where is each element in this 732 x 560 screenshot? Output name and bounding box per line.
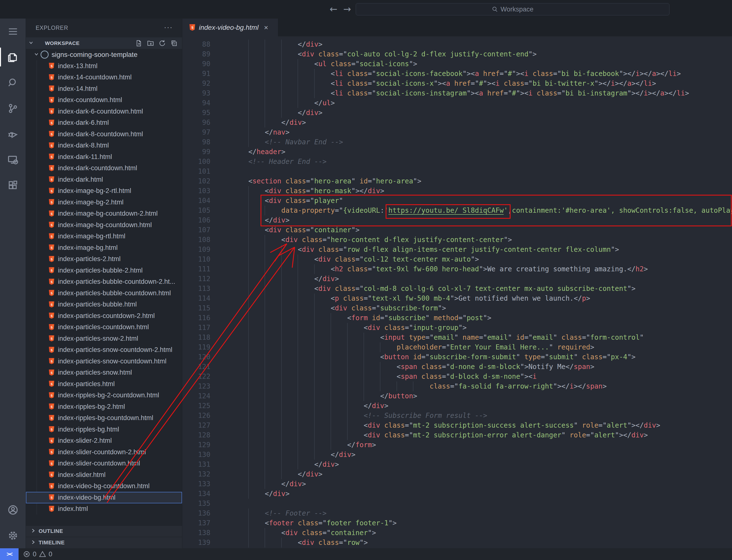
line-number[interactable]: 114 xyxy=(182,294,218,303)
file-item[interactable]: 5index-image-bg-2.html xyxy=(26,197,182,208)
line-number[interactable]: 127 xyxy=(182,421,218,430)
run-debug-icon[interactable] xyxy=(0,121,26,147)
line-number[interactable]: 132 xyxy=(182,469,218,479)
code-line-122[interactable]: 122 <span class="d-block d-sm-none"><i xyxy=(182,372,732,381)
line-number[interactable]: 118 xyxy=(182,333,218,342)
line-number[interactable]: 135 xyxy=(182,499,218,508)
line-number[interactable]: 94 xyxy=(182,98,218,108)
line-number[interactable]: 110 xyxy=(182,254,218,264)
line-number[interactable]: 102 xyxy=(182,176,218,186)
settings-gear-icon[interactable] xyxy=(0,523,26,548)
account-icon[interactable] xyxy=(0,497,26,523)
line-number[interactable]: 134 xyxy=(182,489,218,499)
code-line-139[interactable]: 139 <div class="row"> xyxy=(182,538,732,548)
line-number[interactable]: 100 xyxy=(182,157,218,167)
file-item[interactable]: 5index-ripples-bg-2.html xyxy=(26,401,182,412)
file-item[interactable]: 5index-particles-2.html xyxy=(26,254,182,265)
file-item[interactable]: 5index-14.html xyxy=(26,83,182,95)
file-item[interactable]: 5index-image-bg-rtl.html xyxy=(26,231,182,242)
code-line-89[interactable]: 89 <div class="col-auto col-lg-2 d-flex … xyxy=(182,49,732,59)
file-item[interactable]: 5index-13.html xyxy=(26,60,182,72)
line-number[interactable]: 115 xyxy=(182,303,218,313)
file-item[interactable]: 5index-particles-bubble-2.html xyxy=(26,265,182,276)
line-number[interactable]: 116 xyxy=(182,313,218,323)
file-item[interactable]: 5index-dark-8.html xyxy=(26,140,182,151)
code-line-92[interactable]: 92 <li class="social-icons-x"><a href="#… xyxy=(182,79,732,88)
new-folder-icon[interactable] xyxy=(147,40,154,47)
line-number[interactable]: 106 xyxy=(182,215,218,225)
close-icon[interactable]: × xyxy=(264,23,268,32)
code-line-112[interactable]: 112 </div> xyxy=(182,274,732,284)
code-line-138[interactable]: 138 <div class="container"> xyxy=(182,528,732,538)
code-line-120[interactable]: 120 <button id="subscribe-form-submit" t… xyxy=(182,352,732,362)
line-number[interactable]: 138 xyxy=(182,528,218,538)
line-number[interactable]: 111 xyxy=(182,264,218,274)
line-number[interactable]: 108 xyxy=(182,235,218,245)
code-line-124[interactable]: 124 </button> xyxy=(182,391,732,401)
code-line-102[interactable]: 102 <section class="hero-area" id="hero-… xyxy=(182,176,732,186)
file-item[interactable]: 5index-dark-11.html xyxy=(26,151,182,163)
file-item[interactable]: 5index-dark-countdown.html xyxy=(26,163,182,174)
code-line-110[interactable]: 110 <div class="col-12 text-center mx-au… xyxy=(182,254,732,264)
line-number[interactable]: 95 xyxy=(182,108,218,118)
code-line-95[interactable]: 95 </div> xyxy=(182,108,732,118)
line-number[interactable]: 123 xyxy=(182,381,218,391)
code-line-117[interactable]: 117 <div class="input-group"> xyxy=(182,323,732,333)
outline-section[interactable]: OUTLINE xyxy=(26,525,182,537)
file-item[interactable]: 5index-dark-8-countdown.html xyxy=(26,128,182,140)
line-number[interactable]: 96 xyxy=(182,118,218,127)
code-line-111[interactable]: 111 <h2 class="text-9xl fw-600 hero-head… xyxy=(182,264,732,274)
video-url-link[interactable]: https://youtu.be/_Sl8diqCAFw xyxy=(389,206,504,214)
file-item[interactable]: 5index-ripples-bg-countdown.html xyxy=(26,412,182,424)
code-line-98[interactable]: 98 <!-- Navbar End --> xyxy=(182,137,732,147)
file-item[interactable]: 5index-ripples-bg.html xyxy=(26,424,182,435)
file-item[interactable]: 5index-ripples-bg-2-countdown.html xyxy=(26,390,182,401)
new-file-icon[interactable] xyxy=(135,40,142,47)
file-item[interactable]: 5index-particles-snow-countdown.html xyxy=(26,356,182,367)
line-number[interactable]: 125 xyxy=(182,401,218,411)
file-item[interactable]: 5index-particles-countdown-2.html xyxy=(26,310,182,322)
workspace-section-header[interactable]: WORKSPACE xyxy=(26,37,182,49)
code-line-100[interactable]: 100 <!-- Header End --> xyxy=(182,157,732,167)
code-line-118[interactable]: 118 <input type="email" name="email" id=… xyxy=(182,333,732,342)
code-line-136[interactable]: 136 <!-- Footer --> xyxy=(182,508,732,518)
line-number[interactable]: 93 xyxy=(182,88,218,98)
line-number[interactable]: 121 xyxy=(182,362,218,372)
line-number[interactable]: 112 xyxy=(182,274,218,284)
file-item[interactable]: 5index.html xyxy=(26,503,182,515)
line-number[interactable]: 128 xyxy=(182,430,218,440)
line-number[interactable]: 98 xyxy=(182,137,218,147)
code-line-96[interactable]: 96 </div> xyxy=(182,118,732,127)
code-line-131[interactable]: 131 </div> xyxy=(182,460,732,469)
line-number[interactable]: 139 xyxy=(182,538,218,548)
code-line-114[interactable]: 114 <p class="text-xl fw-500 mb-4">Get n… xyxy=(182,294,732,303)
code-line-104[interactable]: 104 <div class="player" xyxy=(182,196,732,206)
file-item[interactable]: 5index-countdown.html xyxy=(26,95,182,106)
file-item[interactable]: 5index-image-bg-countdown.html xyxy=(26,219,182,231)
code-line-93[interactable]: 93 <li class="social-icons-instagram"><a… xyxy=(182,88,732,98)
code-line-129[interactable]: 129 </form> xyxy=(182,440,732,450)
line-number[interactable]: 133 xyxy=(182,479,218,489)
collapse-folders-icon[interactable] xyxy=(170,40,178,47)
line-number[interactable]: 103 xyxy=(182,186,218,196)
code-line-127[interactable]: 127 <div class="mt-2 subscription-succes… xyxy=(182,421,732,430)
source-control-icon[interactable] xyxy=(0,95,26,121)
line-number[interactable]: 89 xyxy=(182,49,218,59)
line-number[interactable]: 129 xyxy=(182,440,218,450)
line-number[interactable]: 137 xyxy=(182,518,218,528)
more-actions-icon[interactable]: ··· xyxy=(164,23,173,31)
file-item[interactable]: 5index-video-bg-countdown.html xyxy=(26,481,182,492)
file-item[interactable]: 5index-dark.html xyxy=(26,174,182,185)
line-number[interactable]: 104 xyxy=(182,196,218,206)
code-line-130[interactable]: 130 </div> xyxy=(182,450,732,460)
code-line-108[interactable]: 108 <div class="hero-content d-flex just… xyxy=(182,235,732,245)
command-center-search[interactable]: Workspace xyxy=(356,3,669,15)
menu-hamburger-icon[interactable] xyxy=(0,19,26,44)
explorer-icon[interactable] xyxy=(0,44,26,70)
file-item[interactable]: 5index-particles-bubble-countdown-2.ht..… xyxy=(26,276,182,288)
line-number[interactable]: 91 xyxy=(182,69,218,79)
code-line-88[interactable]: 88 </div> xyxy=(182,40,732,49)
line-number[interactable]: 130 xyxy=(182,450,218,460)
file-item[interactable]: 5index-image-bg-2-rtl.html xyxy=(26,185,182,197)
code-line-119[interactable]: 119 placeholder="Enter Your Email Here..… xyxy=(182,342,732,352)
